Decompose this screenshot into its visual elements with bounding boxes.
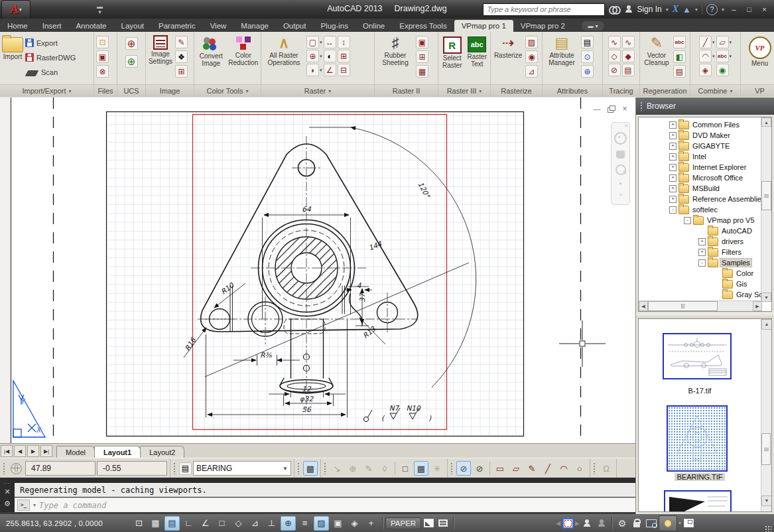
raster-move-v-button[interactable]: ↕ — [338, 36, 350, 48]
viewport-preview-icon[interactable] — [560, 517, 575, 530]
navbar-close-icon[interactable]: ✕ — [624, 123, 628, 129]
combine-line-button[interactable]: ╱ — [699, 36, 712, 48]
all-raster-operations-button[interactable]: ∧ All Raster Operations — [263, 33, 304, 66]
navbar-menu-icon[interactable]: ≡ — [619, 192, 621, 197]
snap-raster-off-button[interactable]: ⊘ — [456, 461, 471, 476]
raster-text-button[interactable]: abc Raster Text — [466, 33, 488, 68]
tree-item-autocad[interactable]: AutoCAD — [639, 226, 761, 236]
exchange-apps-icon[interactable]: X — [673, 4, 678, 15]
image-settings-button[interactable]: Image Settings — [148, 33, 173, 65]
thumbnail-b17[interactable] — [663, 333, 732, 379]
regen-options-button[interactable]: ▤ — [673, 65, 686, 78]
quick-access-overflow-icon[interactable]: ▬▾ — [97, 4, 103, 15]
file-tools-button[interactable]: ⊗ — [96, 65, 109, 78]
scroll-up-icon[interactable]: ▲ — [761, 319, 772, 330]
command-input[interactable]: Type a command — [39, 501, 106, 510]
thumbnail-label[interactable]: B-17.tif — [640, 387, 759, 395]
expand-icon[interactable]: + — [669, 132, 677, 139]
rasterize-button[interactable]: ⇢ Rasterize — [493, 33, 523, 59]
zoom-icon[interactable] — [615, 165, 626, 175]
attribute-settings-button[interactable]: ⊕ — [581, 65, 594, 78]
dynamic-ucs-toggle[interactable]: ⊥ — [264, 516, 279, 531]
application-menu-button[interactable]: A ▾ — [1, 0, 31, 19]
ribbon-tab-layout[interactable]: Layout — [114, 20, 152, 32]
chevron-down-icon[interactable]: ▾ — [722, 7, 724, 13]
vector-cleanup-button[interactable]: ✎ Vector Cleanup — [642, 33, 671, 66]
browser-panel-header[interactable]: Browser — [636, 98, 774, 115]
raster-center-button[interactable]: ⊕ — [306, 50, 319, 62]
globe-ucs-button[interactable]: ⊕ — [125, 55, 138, 68]
ribbon-tab-manage[interactable]: Manage — [233, 20, 276, 32]
magic-wand-button[interactable]: ✳ — [430, 461, 444, 476]
ribbon-tab-annotate[interactable]: Annotate — [68, 20, 113, 32]
layout-tab-layout1[interactable]: Layout1 — [94, 446, 141, 458]
raster-move-h-button[interactable]: ↔ — [324, 36, 336, 48]
tree-item-gigabyte[interactable]: +GIGABYTE — [639, 141, 761, 151]
drawing-viewport[interactable]: 64120°144R10437R16R13R⅜12φ3256N7N10() Y … — [0, 98, 635, 443]
trace-area-fill-button[interactable]: ◆ — [622, 50, 635, 62]
ribbon-tab-home[interactable]: Home — [0, 20, 35, 32]
viewport-minimize-icon[interactable]: — — [592, 105, 602, 113]
search-input[interactable] — [483, 3, 605, 16]
quick-properties-toggle[interactable]: ▣ — [330, 516, 346, 531]
transparency-toggle[interactable]: ▨ — [314, 516, 329, 531]
pencil-button[interactable]: ✎ — [361, 461, 376, 476]
color-reduction-button[interactable]: Color Reduction — [228, 33, 259, 66]
thumbnail-vertical-scrollbar[interactable]: ▲ ▼ — [761, 319, 771, 511]
eraser-button[interactable]: ◊ — [377, 461, 392, 476]
paper-model-toggle[interactable]: PAPER — [385, 517, 421, 529]
toolbar-lock-icon[interactable] — [629, 517, 644, 530]
regen-fill-button[interactable]: ◧ — [673, 50, 686, 63]
tree-item-samples[interactable]: -Samples — [639, 257, 761, 268]
trace-options-button[interactable]: ▤ — [622, 64, 635, 76]
draw-rectangle-button[interactable]: ▭ — [493, 461, 507, 476]
panel-divider[interactable] — [636, 313, 774, 318]
tree-item-dvd-maker[interactable]: +DVD Maker — [639, 130, 761, 141]
chevron-down-icon[interactable]: ▾ — [619, 181, 622, 186]
help-icon[interactable]: ? — [706, 4, 718, 15]
prev-viewport-icon[interactable]: ◀ — [556, 520, 560, 527]
panel-label-files[interactable]: Files — [94, 84, 117, 97]
raster-grid-button[interactable]: ⊟ — [338, 64, 350, 76]
next-tab-icon[interactable]: ▶ — [27, 445, 39, 457]
tree-horizontal-scrollbar[interactable]: ◀ ▶ — [639, 300, 762, 311]
rasterize-nodes-button[interactable]: ⊿ — [525, 65, 538, 78]
select-raster-button[interactable]: R Select Raster — [440, 33, 464, 69]
draw-line-button[interactable]: ╱ — [541, 461, 555, 476]
thumbnail-partial[interactable] — [664, 490, 732, 512]
panel-label-raster2[interactable]: Raster II — [375, 84, 438, 97]
expand-icon[interactable]: + — [669, 153, 677, 161]
tree-item-filters[interactable]: +Filters — [639, 247, 761, 257]
expand-icon[interactable]: + — [669, 174, 677, 182]
export-button[interactable]: Export — [25, 36, 76, 50]
panel-label-raster[interactable]: Raster▾ — [261, 84, 374, 97]
collapse-icon[interactable]: - — [669, 206, 677, 214]
close-button[interactable]: × — [759, 5, 770, 15]
tree-item-vpmap-pro-v5[interactable]: -VPmap pro V5 — [639, 215, 761, 226]
layout-tab-layout2[interactable]: Layout2 — [140, 446, 184, 458]
collapse-icon[interactable]: - — [698, 259, 706, 267]
import-button[interactable]: Import — [2, 33, 23, 60]
world-ucs-button[interactable]: ⊕ — [125, 37, 138, 50]
chevron-down-icon[interactable]: ▾ — [730, 40, 732, 45]
snap-mode-toggle[interactable]: ▦ — [148, 516, 163, 531]
clean-screen-icon[interactable] — [681, 517, 696, 530]
tree-item-common-files[interactable]: +Common Files — [639, 119, 761, 130]
object-snap-tracking-toggle[interactable]: ⊿ — [247, 516, 263, 531]
scrollbar-thumb[interactable] — [648, 301, 718, 311]
panel-label-attributes[interactable]: Attributes — [543, 84, 602, 97]
drag-grip-icon[interactable] — [593, 462, 596, 474]
rect-frame-button[interactable]: □ — [398, 461, 413, 476]
object-snap-toggle[interactable]: □ — [214, 516, 229, 531]
ribbon-tab-parametric[interactable]: Parametric — [151, 20, 203, 32]
rubber-sheeting-button[interactable]: ♯ Rubber Sheeting — [377, 33, 414, 66]
trace-line-up-button[interactable]: ∿ — [608, 36, 621, 48]
quick-view-layouts-icon[interactable] — [436, 517, 450, 530]
command-prompt-icon[interactable]: >_ — [17, 499, 30, 511]
raster-invert-button[interactable]: ◐ — [324, 50, 336, 62]
tree-vertical-scrollbar[interactable]: ▲ ▼ — [761, 117, 771, 302]
panel-label-combine[interactable]: Combine▾ — [690, 84, 740, 97]
close-icon[interactable]: ✕ — [4, 488, 10, 496]
tree-item-drivers[interactable]: +drivers — [639, 236, 761, 247]
ribbon-tab-online[interactable]: Online — [355, 20, 392, 32]
